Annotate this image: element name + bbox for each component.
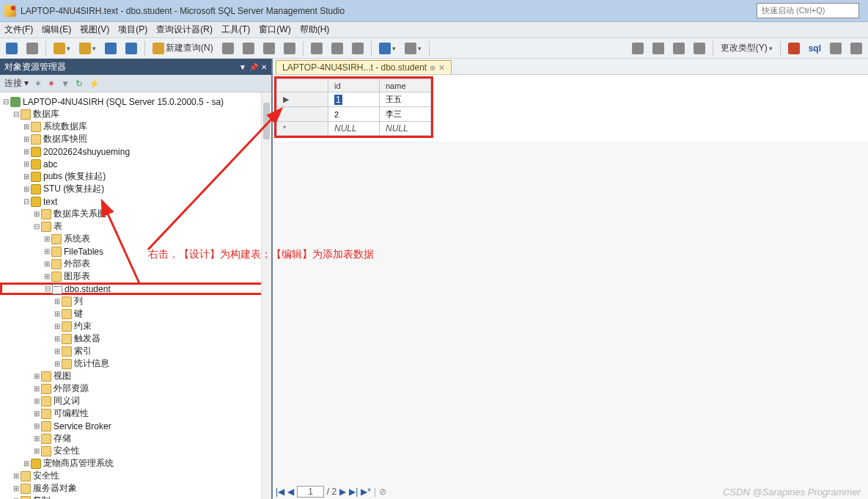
menu-query-designer[interactable]: 查询设计器(R) bbox=[156, 23, 213, 36]
tree-db-node[interactable]: ⊞abc bbox=[1, 158, 270, 170]
menu-view[interactable]: 视图(V) bbox=[80, 23, 109, 36]
activity-button[interactable]: ⚡ bbox=[89, 79, 100, 89]
tree-views-node[interactable]: ⊞视图 bbox=[1, 370, 270, 382]
menu-edit[interactable]: 编辑(E) bbox=[42, 23, 71, 36]
menu-project[interactable]: 项目(P) bbox=[118, 23, 147, 36]
execute-sql-button[interactable] bbox=[785, 41, 803, 56]
menu-window[interactable]: 窗口(W) bbox=[259, 23, 290, 36]
tree-server-node[interactable]: ⊟LAPTOP-4NU4SIRH (SQL Server 15.0.2000.5… bbox=[1, 95, 270, 108]
cut-button[interactable] bbox=[308, 41, 326, 56]
tree-ext-res-node[interactable]: ⊞外部资源 bbox=[1, 382, 270, 395]
tree-statistics-node[interactable]: ⊞统计信息 bbox=[1, 357, 270, 370]
cell-name[interactable]: 李三 bbox=[380, 107, 431, 122]
tree-service-broker-node[interactable]: ⊞Service Broker bbox=[1, 420, 270, 432]
close-panel-icon[interactable]: ✕ bbox=[261, 63, 267, 71]
circle-arrow-right-icon bbox=[26, 43, 38, 54]
cell-name[interactable]: 王五 bbox=[380, 92, 431, 107]
dropdown-icon[interactable]: ▼ bbox=[239, 63, 246, 71]
paste-button[interactable] bbox=[349, 41, 367, 56]
data-grid[interactable]: id name ▶ 1 王五 2 李三 * NUL bbox=[276, 79, 431, 136]
grid-row[interactable]: ▶ 1 王五 bbox=[277, 92, 431, 107]
new-project-button[interactable]: ▾ bbox=[51, 41, 73, 56]
criteria-pane-button[interactable] bbox=[650, 41, 667, 56]
disconnect-button[interactable]: ✶ bbox=[34, 79, 42, 89]
filter-button[interactable]: ▼ bbox=[61, 79, 70, 89]
quick-launch-input[interactable]: 快速启动 (Ctrl+Q) bbox=[757, 3, 859, 18]
refresh-button[interactable]: ↻ bbox=[76, 79, 83, 89]
tree-db-node[interactable]: ⊞20202624shuyueming bbox=[1, 145, 270, 158]
nav-last-button[interactable]: ▶| bbox=[349, 487, 358, 497]
stop-button[interactable]: ✶ bbox=[48, 79, 55, 89]
undo-button[interactable]: ▾ bbox=[376, 41, 399, 56]
tree-sys-tables-node[interactable]: ⊞系统表 bbox=[1, 233, 270, 245]
column-header-id[interactable]: id bbox=[328, 79, 380, 92]
nav-first-button[interactable]: |◀ bbox=[276, 487, 284, 497]
tree-server-objects-node[interactable]: ⊞服务器对象 bbox=[1, 482, 270, 495]
tree-columns-node[interactable]: ⊞列 bbox=[1, 295, 270, 307]
dmx-button[interactable] bbox=[260, 41, 278, 56]
grid-row[interactable]: 2 李三 bbox=[277, 107, 431, 122]
cell-id[interactable]: 2 bbox=[328, 107, 380, 122]
tree-security-node[interactable]: ⊞安全性 bbox=[1, 470, 270, 482]
object-explorer-tree[interactable]: ⊟LAPTOP-4NU4SIRH (SQL Server 15.0.2000.5… bbox=[0, 92, 271, 499]
nav-stop-button[interactable]: ⊘ bbox=[379, 487, 386, 497]
grid-new-row[interactable]: * NULL NULL bbox=[277, 122, 431, 136]
tree-synonyms-node[interactable]: ⊞同义词 bbox=[1, 395, 270, 407]
tab-close-icon[interactable]: ✕ bbox=[438, 63, 445, 73]
new-query-button[interactable]: 新建查询(N) bbox=[150, 40, 216, 56]
results-pane-button[interactable] bbox=[691, 41, 708, 56]
change-type-button[interactable]: 更改类型(Y)▾ bbox=[718, 40, 776, 56]
tree-storage-node[interactable]: ⊞存储 bbox=[1, 432, 270, 445]
tree-databases-node[interactable]: ⊟数据库 bbox=[1, 108, 270, 120]
mdx-button[interactable] bbox=[240, 41, 257, 56]
add-group-button[interactable] bbox=[827, 41, 845, 56]
sql-pane-button[interactable] bbox=[670, 41, 688, 56]
menu-tools[interactable]: 工具(T) bbox=[221, 23, 250, 36]
tree-graph-tables-node[interactable]: ⊞图形表 bbox=[1, 270, 270, 283]
tree-db-diagram-node[interactable]: ⊞数据库关系图 bbox=[1, 208, 270, 220]
tree-sys-db-node[interactable]: ⊞系统数据库 bbox=[1, 120, 270, 133]
tree-keys-node[interactable]: ⊞键 bbox=[1, 307, 270, 320]
nav-back-button[interactable] bbox=[3, 41, 21, 56]
copy-button[interactable] bbox=[328, 41, 346, 56]
save-all-button[interactable] bbox=[122, 41, 140, 56]
cell-id[interactable]: 1 bbox=[328, 92, 380, 107]
tree-security-db-node[interactable]: ⊞安全性 bbox=[1, 445, 270, 457]
document-tab-student[interactable]: LAPTOP-4NU4SIRH...t - dbo.student ⊕ ✕ bbox=[276, 60, 452, 74]
tree-programmability-node[interactable]: ⊞可编程性 bbox=[1, 407, 270, 420]
tree-triggers-node[interactable]: ⊞触发器 bbox=[1, 332, 270, 345]
menu-file[interactable]: 文件(F) bbox=[4, 23, 33, 36]
nav-forward-button[interactable] bbox=[23, 41, 41, 56]
nav-next-button[interactable]: ▶ bbox=[339, 487, 346, 497]
tree-db-snapshot-node[interactable]: ⊞数据库快照 bbox=[1, 133, 270, 145]
save-button[interactable] bbox=[102, 41, 119, 56]
tree-table-student-node[interactable]: ⊟dbo.student bbox=[0, 283, 270, 295]
tree-constraints-node[interactable]: ⊞约束 bbox=[1, 320, 270, 332]
menu-help[interactable]: 帮助(H) bbox=[300, 23, 330, 36]
tree-db-node[interactable]: ⊞pubs (恢复挂起) bbox=[1, 170, 270, 183]
tree-db-node[interactable]: ⊞宠物商店管理系统 bbox=[1, 457, 270, 470]
tree-scrollbar[interactable] bbox=[261, 92, 271, 499]
tree-tables-node[interactable]: ⊟表 bbox=[1, 220, 270, 233]
cell-null[interactable]: NULL bbox=[328, 122, 380, 136]
cell-null[interactable]: NULL bbox=[380, 122, 431, 136]
xmla-button[interactable] bbox=[219, 41, 237, 56]
diagram-pane-button[interactable] bbox=[629, 41, 647, 56]
verify-sql-button[interactable]: sql bbox=[806, 42, 824, 55]
column-header-name[interactable]: name bbox=[380, 79, 431, 92]
nav-new-button[interactable]: ▶* bbox=[361, 487, 371, 497]
tree-db-node[interactable]: ⊞STU (恢复挂起) bbox=[1, 183, 270, 195]
tree-indexes-node[interactable]: ⊞索引 bbox=[1, 345, 270, 357]
connect-button[interactable]: 连接 ▾ bbox=[4, 77, 29, 90]
add-table-button[interactable] bbox=[847, 41, 865, 56]
tab-label: LAPTOP-4NU4SIRH...t - dbo.student bbox=[282, 62, 427, 73]
nav-current-input[interactable]: 1 bbox=[297, 486, 324, 498]
pin-icon[interactable]: 📌 bbox=[249, 63, 258, 71]
tab-pin-icon[interactable]: ⊕ bbox=[430, 64, 435, 72]
nav-prev-button[interactable]: ◀ bbox=[287, 487, 294, 497]
redo-button[interactable]: ▾ bbox=[402, 41, 424, 56]
dax-button[interactable] bbox=[281, 41, 298, 56]
tree-db-text-node[interactable]: ⊟text bbox=[1, 195, 270, 208]
open-button[interactable]: ▾ bbox=[76, 41, 99, 56]
tree-replication-node[interactable]: ⊞复制 bbox=[1, 495, 270, 499]
